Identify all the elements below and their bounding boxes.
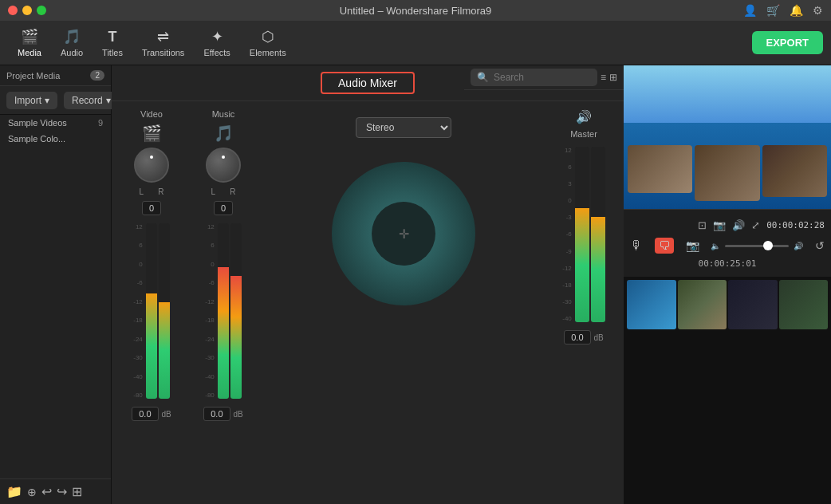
tab-elements[interactable]: ⬡ Elements: [240, 25, 296, 61]
highlighted-icon-box[interactable]: 🗨: [655, 238, 674, 254]
preview-top-controls: ⊡ 📷 🔊 ⤢ 00:00:02:28: [630, 216, 825, 234]
meter-scale-video: 12 6 0 -6 -12 -18 -24 -30 -40 -80: [133, 223, 144, 399]
title-bar: Untitled – Wondershare Filmora9 👤 🛒 🔔 ⚙: [0, 0, 831, 21]
fullscreen-icon[interactable]: ⤢: [751, 219, 760, 231]
music-level-right: [230, 276, 242, 399]
content-area: 🔍 ≡ ⊞ Audio Mixer Video 🎬: [112, 65, 831, 504]
tab-audio[interactable]: 🎵 Audio: [51, 25, 93, 61]
app-title: Untitled – Wondershare Filmora9: [340, 5, 492, 17]
audio-icon: 🎵: [63, 28, 81, 45]
maximize-button[interactable]: [37, 6, 46, 15]
horse-3: [762, 145, 827, 197]
record-button[interactable]: Record ▾: [64, 92, 119, 109]
tab-transitions[interactable]: ⇌ Transitions: [132, 25, 194, 61]
loop-icon[interactable]: ↺: [815, 239, 825, 252]
tab-titles[interactable]: T Titles: [93, 26, 132, 61]
stereo-panner-section: Stereo Mono Left Right ✛: [263, 109, 544, 496]
audio-mixer: Audio Mixer Video 🎬 L R 0: [112, 65, 624, 504]
volume-slider[interactable]: [725, 245, 789, 247]
horse-2: [695, 145, 759, 201]
search-input[interactable]: [494, 72, 557, 83]
current-time-display: 00:00:25:01: [630, 257, 825, 270]
thumbnail-3[interactable]: [728, 280, 778, 329]
sample-color-item[interactable]: Sample Colo...: [0, 131, 111, 147]
music-level-left: [218, 267, 229, 399]
video-db-unit: dB: [162, 410, 171, 419]
redo-icon[interactable]: ↪: [57, 484, 67, 499]
tab-effects[interactable]: ✦ Effects: [194, 25, 239, 61]
preview-controls: ⊡ 📷 🔊 ⤢ 00:00:02:28 🎙 🗨 📷 🔈 🔊 ↺: [624, 209, 831, 277]
master-section: 🔊 Master 12 6 3 0 -3 -6 -9 -12: [552, 109, 616, 496]
sample-videos-item[interactable]: Sample Videos 9: [0, 115, 111, 131]
thumbnail-4[interactable]: [779, 280, 829, 329]
knob-dot: [150, 156, 153, 159]
more-icon[interactable]: ⊞: [72, 484, 82, 499]
export-button[interactable]: EXPORT: [752, 31, 823, 54]
music-meter-bar-right: [230, 223, 242, 399]
import-button[interactable]: Import ▾: [6, 92, 57, 109]
sub-toolbar: Import ▾ Record ▾: [0, 86, 111, 115]
undo-icon[interactable]: ↩: [41, 484, 52, 499]
music-channel-icon: 🎵: [214, 124, 234, 143]
knob-dot-music: [222, 156, 225, 159]
video-meter: 12 6 0 -6 -12 -18 -24 -30 -40 -80: [133, 223, 170, 399]
project-media-label: Project Media: [6, 71, 60, 81]
search-icon: 🔍: [477, 72, 489, 83]
left-panel: Project Media 2 Import ▾ Record ▾ Sample…: [0, 65, 112, 504]
user-icon[interactable]: 👤: [743, 4, 757, 17]
center-panel: 🔍 ≡ ⊞ Audio Mixer Video 🎬: [112, 65, 624, 504]
panner-circle[interactable]: ✛: [332, 162, 475, 305]
camera-icon[interactable]: 📷: [686, 239, 699, 252]
playback-controls-row: 🎙 🗨 📷 🔈 🔊 ↺: [630, 234, 825, 257]
record-label: Record: [72, 95, 103, 106]
volume-control: 🔈 🔊: [711, 238, 803, 254]
effects-icon: ✦: [211, 28, 223, 45]
horses-area: [624, 145, 831, 201]
filter-icon[interactable]: ≡: [601, 72, 606, 83]
notification-icon[interactable]: 🔔: [790, 4, 803, 17]
music-channel: Music 🎵 L R 0 12: [191, 109, 255, 496]
settings-icon[interactable]: ⚙: [813, 4, 823, 17]
add-folder-icon[interactable]: 📁: [6, 484, 22, 499]
volume-icon[interactable]: 🔊: [732, 219, 745, 231]
master-scale: 12 6 3 0 -3 -6 -9 -12 -18 -30 -40: [562, 147, 573, 322]
import-file-icon[interactable]: ⊕: [27, 486, 37, 498]
video-db-row: 0.0 dB: [132, 407, 171, 421]
panner-inner: ✛: [372, 202, 435, 266]
video-meter-bar-left: [146, 223, 157, 399]
video-level-left: [146, 293, 157, 399]
music-value: 0: [214, 201, 233, 215]
close-button[interactable]: [8, 6, 18, 15]
minimize-button[interactable]: [22, 6, 32, 15]
import-label: Import: [14, 95, 41, 106]
pip-icon[interactable]: ⊡: [698, 219, 707, 231]
master-db-unit: dB: [594, 333, 604, 342]
titlebar-right-icons: 👤 🛒 🔔 ⚙: [743, 4, 823, 17]
audio-mixer-title: Audio Mixer: [321, 72, 415, 94]
music-db-value: 0.0: [203, 407, 230, 421]
audio-mixer-body: Video 🎬 L R 0 12: [112, 101, 624, 504]
master-label: Master: [570, 129, 597, 139]
music-knob[interactable]: [206, 148, 241, 183]
main-toolbar: 🎬 Media 🎵 Audio T Titles ⇌ Transitions ✦…: [0, 21, 831, 65]
video-meter-bar-right: [159, 223, 170, 399]
tab-media[interactable]: 🎬 Media: [8, 25, 51, 61]
video-db-value: 0.0: [132, 407, 158, 421]
mic-icon[interactable]: 🎙: [630, 238, 643, 253]
music-db-row: 0.0 dB: [203, 407, 243, 421]
thumbnail-2[interactable]: [678, 280, 727, 329]
music-db-unit: dB: [234, 410, 243, 419]
video-knob[interactable]: [134, 148, 169, 183]
master-db-row: 0.0 dB: [564, 330, 604, 345]
grid-icon[interactable]: ⊞: [609, 72, 617, 83]
snapshot-icon[interactable]: 📷: [713, 219, 726, 231]
thumbnail-1[interactable]: [627, 280, 676, 329]
project-media-header: Project Media 2: [0, 65, 111, 86]
cart-icon[interactable]: 🛒: [766, 4, 780, 17]
elements-icon: ⬡: [262, 28, 274, 45]
project-media-count: 2: [90, 70, 104, 81]
stereo-select[interactable]: Stereo Mono Left Right: [356, 117, 451, 138]
video-channel-label: Video: [140, 109, 163, 119]
video-channel: Video 🎬 L R 0 12: [120, 109, 183, 496]
search-bar[interactable]: 🔍: [471, 69, 597, 86]
